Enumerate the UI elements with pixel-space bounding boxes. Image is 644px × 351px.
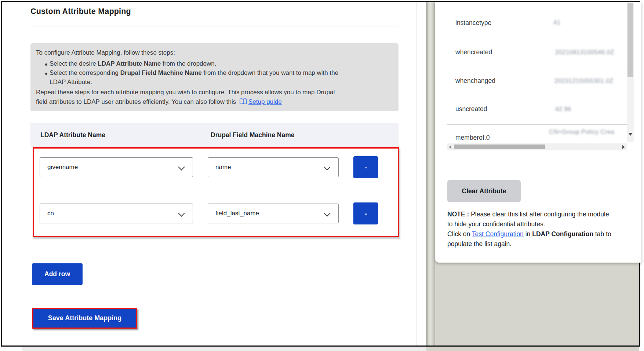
clear-attribute-button[interactable]: Clear Attribute (447, 180, 521, 202)
note-line3-pre: Click on (447, 230, 472, 238)
attr-name-memberof: memberof.0 (455, 134, 490, 142)
ldap-attribute-value-row2: cn (47, 210, 54, 217)
chevron-down-icon (324, 164, 330, 170)
note-line3-post: tab to (593, 230, 611, 238)
vertical-scrollbar-thumb[interactable] (627, 3, 633, 77)
note-line-3: Click on Test Configuration in LDAP Conf… (447, 230, 611, 238)
header-drupal-field-machine-name: Drupal Field Machine Name (211, 131, 295, 139)
note-line3-bold: LDAP Configuration (532, 230, 593, 238)
add-row-button[interactable]: Add row (32, 263, 83, 285)
drupal-field-select-row2[interactable]: field_last_name (208, 204, 339, 223)
save-attribute-mapping-button[interactable]: Save Attribute Mapping (33, 309, 136, 328)
bullet1-pre: Select the desire (50, 60, 98, 67)
scroll-right-arrow-icon[interactable] (622, 145, 625, 149)
ldap-attribute-select-row1[interactable]: givenname (40, 157, 193, 177)
bullet2-post: from the dropdown that you want to map w… (202, 69, 338, 76)
bullet2-pre: Select the corresponding (50, 69, 120, 76)
instruction-bullet-2-line2: LDAP Attribute. (50, 78, 92, 86)
window-bottom-edge (22, 347, 426, 351)
header-ldap-attribute-name: LDAP Attribute Name (40, 131, 105, 139)
bullet-dot (45, 63, 47, 66)
chevron-down-icon (178, 210, 185, 216)
attr-name-whencreated: whencreated (455, 48, 492, 56)
bullet1-bold: LDAP Attribute Name (98, 60, 161, 67)
attr-divider (447, 96, 627, 96)
attr-value-redacted: 41 (553, 19, 560, 26)
note-line1-text: Please clear this list after configuring… (469, 211, 609, 218)
test-configuration-link[interactable]: Test Configuration (472, 230, 524, 238)
note-label: NOTE : (447, 211, 469, 218)
remove-row-button-row1[interactable]: - (353, 156, 378, 178)
attribute-mapping-panel: Custom Attribute Mapping To configure At… (2, 2, 416, 345)
scroll-left-arrow-icon[interactable] (449, 145, 451, 149)
attr-value-redacted: 20231215055301.0Z (554, 77, 614, 84)
attr-name-usncreated: usncreated (455, 105, 487, 113)
remove-row-button-row2[interactable]: - (353, 202, 378, 224)
ldap-attributes-region: instancetype 41 whencreated 202108131005… (435, 2, 639, 345)
bullet-dot (45, 73, 47, 75)
ldap-attribute-value-row1: givenname (47, 164, 78, 171)
window-frame: Custom Attribute Mapping To configure At… (1, 1, 640, 347)
instruction-bullet-1: Select the desire LDAP Attribute Name fr… (50, 60, 216, 67)
note-line-2: to hide your confidential attributes. (447, 220, 545, 228)
note-line-4: populate the list again. (447, 240, 512, 248)
attr-value-redacted: 20210813100546.0Z (555, 49, 614, 56)
note-line3-mid: in (524, 230, 532, 238)
drupal-field-value-row2: field_last_name (215, 210, 259, 217)
title-divider (30, 26, 399, 26)
annotation-highlight-save: Save Attribute Mapping (32, 308, 137, 329)
instruction-bullet-2: Select the corresponding Drupal Field Ma… (50, 69, 338, 77)
panel-divider-scrollbar (426, 2, 435, 345)
row-divider (35, 191, 397, 191)
chevron-down-icon (324, 210, 330, 216)
ldap-attribute-select-row2[interactable]: cn (40, 204, 193, 223)
drupal-field-select-row1[interactable]: name (208, 157, 339, 177)
bullet2-bold: Drupal Field Machine Name (120, 69, 202, 76)
instructions-box: To configure Attribute Mapping, follow t… (30, 43, 399, 111)
attr-divider (447, 7, 627, 7)
page-title: Custom Attribute Mapping (30, 7, 131, 16)
note-line-1: NOTE : Please clear this list after conf… (447, 211, 609, 218)
attr-divider (447, 124, 627, 125)
scroll-down-arrow-icon[interactable] (628, 133, 633, 136)
instructions-intro: To configure Attribute Mapping, follow t… (36, 49, 175, 56)
attr-divider (447, 38, 627, 38)
setup-guide-link[interactable]: Setup guide (248, 98, 282, 105)
attr-value-redacted: 42 96 (555, 106, 571, 113)
chevron-down-icon (178, 164, 185, 170)
instructions-outro-line2: field attributes to LDAP user attributes… (36, 98, 282, 106)
horizontal-scrollbar-thumb[interactable] (454, 145, 545, 149)
horizontal-scrollbar[interactable] (447, 143, 627, 150)
window-bottom-edge (426, 347, 639, 351)
instructions-outro-line1: Repeat these steps for each attribute ma… (36, 89, 335, 96)
ldap-attributes-card: instancetype 41 whencreated 202108131005… (435, 2, 641, 263)
attr-value-redacted: CN=Group Policy Crea (549, 128, 614, 135)
mapping-table-header: LDAP Attribute Name Drupal Field Machine… (30, 123, 399, 147)
screenshot-root: Custom Attribute Mapping To configure At… (0, 0, 644, 351)
vertical-scrollbar[interactable] (627, 2, 634, 142)
outro-text: field attributes to LDAP user attributes… (36, 98, 238, 105)
drupal-field-value-row1: name (215, 164, 231, 171)
attr-divider (447, 66, 627, 66)
open-book-icon (239, 98, 247, 106)
attr-name-whenchanged: whenchanged (455, 77, 495, 85)
bullet1-post: from the dropdown. (161, 60, 216, 67)
attr-name-instancetype: instancetype (455, 19, 491, 27)
